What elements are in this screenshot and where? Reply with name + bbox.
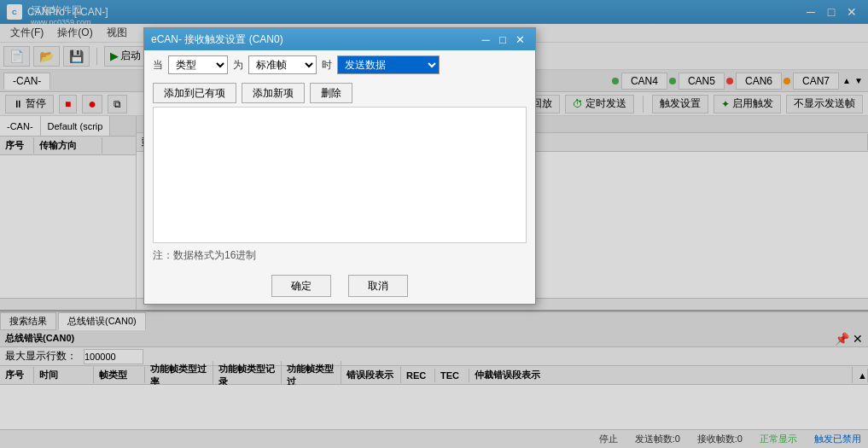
modal-label-dang: 当 xyxy=(153,58,163,73)
modal-minimize-button[interactable]: ─ xyxy=(477,32,494,47)
modal-title: eCAN- 接收触发设置 (CAN0) xyxy=(151,32,477,47)
modal-frame-type-select[interactable]: 标准帧 xyxy=(248,55,317,74)
delete-button[interactable]: 删除 xyxy=(310,83,352,103)
modal-close-button[interactable]: ✕ xyxy=(511,32,528,47)
modal-action-select[interactable]: 发送数据 xyxy=(337,55,440,74)
modal-condition-row: 当 类型 为 标准帧 时 发送数据 xyxy=(144,50,535,79)
modal-confirm-row: 确定 取消 xyxy=(144,268,535,304)
modal-content-area[interactable] xyxy=(153,107,527,243)
modal-dialog: eCAN- 接收触发设置 (CAN0) ─ □ ✕ 当 类型 为 标准帧 时 发… xyxy=(143,27,536,305)
add-new-button[interactable]: 添加新项 xyxy=(242,83,305,103)
modal-cancel-button[interactable]: 取消 xyxy=(348,275,408,297)
modal-overlay: eCAN- 接收触发设置 (CAN0) ─ □ ✕ 当 类型 为 标准帧 时 发… xyxy=(0,0,868,448)
modal-label-wei: 为 xyxy=(233,58,243,73)
modal-confirm-button[interactable]: 确定 xyxy=(271,275,331,297)
modal-label-shi: 时 xyxy=(322,58,332,73)
add-to-existing-button[interactable]: 添加到已有项 xyxy=(153,83,236,103)
modal-title-bar: eCAN- 接收触发设置 (CAN0) ─ □ ✕ xyxy=(144,28,535,50)
modal-note: 注：数据格式为16进制 xyxy=(144,243,535,268)
modal-type-select[interactable]: 类型 xyxy=(168,55,228,74)
modal-action-buttons: 添加到已有项 添加新项 删除 xyxy=(144,79,535,107)
modal-maximize-button[interactable]: □ xyxy=(494,32,511,47)
